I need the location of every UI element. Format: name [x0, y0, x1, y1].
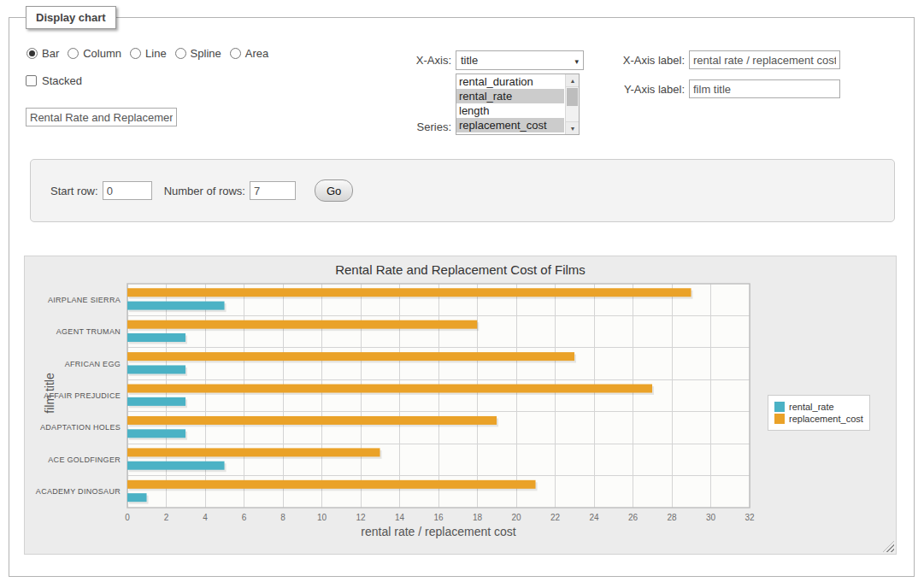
y-axis-label-input[interactable] [689, 79, 840, 98]
start-row-label: Start row: [50, 185, 98, 197]
svg-text:24: 24 [589, 513, 599, 522]
scroll-up-icon[interactable]: ▲ [566, 74, 580, 87]
svg-text:30: 30 [706, 513, 716, 522]
x-axis-label-label: X-Axis label: [608, 54, 685, 67]
x-axis-select[interactable]: title ▾ [456, 50, 584, 70]
svg-text:26: 26 [628, 513, 639, 522]
x-axis-label-input[interactable] [689, 50, 840, 69]
svg-text:AIRPLANE SIERRA: AIRPLANE SIERRA [48, 296, 121, 304]
svg-text:20: 20 [511, 513, 521, 522]
spline-radio[interactable] [175, 48, 186, 59]
svg-text:4: 4 [203, 513, 208, 522]
legend-label: rental_rate [789, 402, 834, 412]
radio-option-area[interactable]: Area [230, 47, 268, 60]
series-option-rental-rate[interactable]: rental_rate [456, 89, 564, 103]
chart-panel: Rental Rate and Replacement Cost of Film… [24, 256, 897, 555]
num-rows-label: Number of rows: [164, 185, 245, 197]
area-radio[interactable] [230, 48, 241, 59]
bar-chart: 02468101214161820222426283032AIRPLANE SI… [25, 256, 898, 556]
legend-label: replacement_cost [789, 414, 863, 424]
svg-text:ACADEMY DINOSAUR: ACADEMY DINOSAUR [36, 487, 121, 496]
svg-text:32: 32 [744, 513, 755, 522]
svg-text:14: 14 [395, 513, 405, 522]
display-chart-fieldset: Display chart Bar Column Line Spline Are… [9, 17, 915, 577]
series-option-length[interactable]: length [456, 103, 564, 118]
series-select-label: Series: [377, 121, 451, 133]
go-button[interactable]: Go [315, 179, 353, 202]
start-row-input[interactable] [103, 181, 152, 200]
replacement-cost-swatch-icon [774, 414, 785, 424]
spline-radio-label[interactable]: Spline [191, 47, 221, 60]
fieldset-legend: Display chart [26, 6, 116, 29]
series-multiselect[interactable]: rental_duration rental_rate length repla… [456, 73, 580, 135]
series-option-rental-duration[interactable]: rental_duration [456, 74, 564, 89]
y-axis-label-label: Y-Axis label: [608, 83, 685, 96]
svg-text:18: 18 [473, 513, 483, 522]
svg-text:6: 6 [242, 513, 247, 522]
svg-text:ACE GOLDFINGER: ACE GOLDFINGER [48, 456, 121, 464]
svg-text:16: 16 [433, 513, 444, 522]
column-radio-label[interactable]: Column [83, 47, 121, 60]
legend-item-replacement-cost: replacement_cost [774, 414, 863, 424]
svg-text:22: 22 [550, 513, 561, 522]
radio-option-bar[interactable]: Bar [26, 47, 59, 60]
page: Display chart Bar Column Line Spline Are… [0, 0, 924, 582]
legend-item-rental-rate: rental_rate [774, 402, 863, 412]
select-dropdown-arrow-icon: ▾ [574, 57, 579, 66]
chart-y-axis-label: film title [43, 346, 56, 440]
svg-text:AFRICAN EGG: AFRICAN EGG [65, 360, 121, 368]
bar-radio[interactable] [26, 48, 38, 59]
svg-text:28: 28 [667, 513, 677, 522]
x-axis-selected-value: title [461, 54, 478, 67]
line-radio-label[interactable]: Line [145, 47, 167, 60]
bar-radio-label[interactable]: Bar [42, 47, 59, 60]
line-radio[interactable] [130, 48, 141, 59]
series-option-replacement-cost[interactable]: replacement_cost [456, 118, 564, 132]
area-radio-label[interactable]: Area [245, 47, 268, 60]
stacked-label[interactable]: Stacked [42, 74, 82, 87]
svg-text:12: 12 [356, 513, 366, 522]
scrollbar-thumb[interactable] [567, 88, 578, 106]
svg-text:2: 2 [164, 513, 169, 522]
chart-x-axis-label: rental rate / replacement cost [127, 525, 750, 538]
stacked-option[interactable]: Stacked [26, 74, 82, 87]
column-radio[interactable] [68, 48, 79, 59]
svg-text:AGENT TRUMAN: AGENT TRUMAN [56, 327, 121, 336]
svg-text:0: 0 [125, 513, 130, 522]
chart-title-input[interactable] [26, 108, 177, 126]
rental-rate-swatch-icon [774, 402, 785, 412]
svg-text:10: 10 [317, 513, 327, 522]
radio-option-column[interactable]: Column [68, 47, 121, 60]
chart-legend: rental_rate replacement_cost [768, 395, 870, 431]
scroll-down-icon[interactable]: ▼ [566, 121, 580, 134]
stacked-checkbox[interactable] [26, 75, 37, 86]
num-rows-input[interactable] [250, 181, 296, 200]
chart-type-radio-group: Bar Column Line Spline Area [26, 47, 277, 60]
svg-text:8: 8 [280, 513, 285, 522]
x-axis-select-label: X-Axis: [377, 54, 451, 67]
row-range-panel: Start row: Number of rows: Go [30, 159, 895, 222]
listbox-scrollbar[interactable]: ▲ ▼ [565, 74, 579, 134]
radio-option-spline[interactable]: Spline [175, 47, 221, 60]
radio-option-line[interactable]: Line [130, 47, 167, 60]
